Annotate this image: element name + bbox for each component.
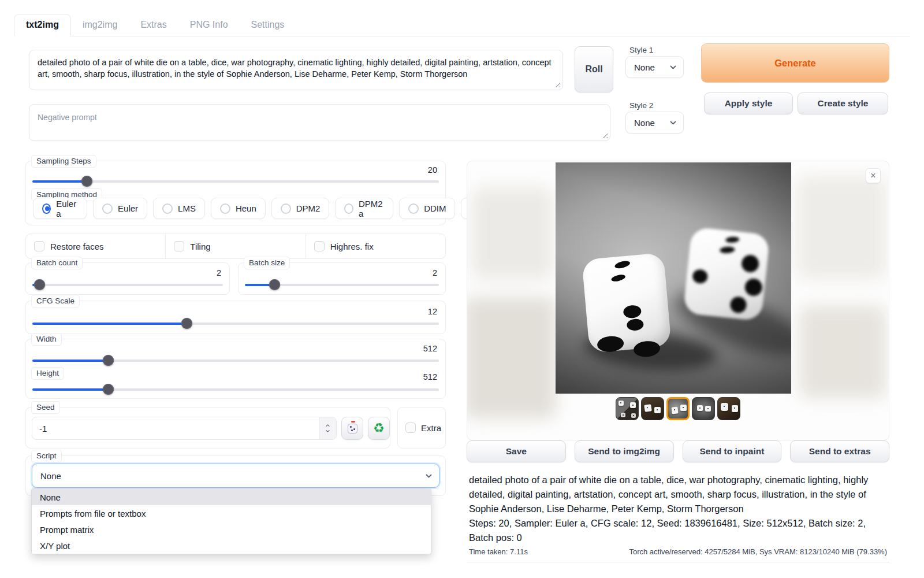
seed-stepper[interactable] <box>319 417 336 439</box>
tiling-checkbox[interactable]: Tiling <box>166 234 305 258</box>
gallery-image[interactable] <box>556 162 791 394</box>
radio-label: DPM2 <box>296 203 321 213</box>
tab-png-info[interactable]: PNG Info <box>178 14 240 36</box>
radio-dpm2-a[interactable]: DPM2 a <box>335 198 393 219</box>
batch-size-label: Batch size <box>244 257 290 269</box>
script-option-none[interactable]: None <box>32 489 431 505</box>
radio-euler-a[interactable]: Euler a <box>33 198 87 219</box>
apply-style-button[interactable]: Apply style <box>704 92 793 114</box>
cfg-card: CFG Scale 12 <box>25 301 446 334</box>
dimensions-card: Width 512 Height 512 <box>25 339 446 399</box>
checkbox <box>34 241 44 251</box>
slider-knob[interactable] <box>103 355 114 366</box>
style2-select[interactable]: None <box>625 112 684 134</box>
close-icon: × <box>870 171 875 181</box>
slider-knob[interactable] <box>34 279 45 290</box>
height-label: Height <box>31 367 64 380</box>
negative-prompt-input[interactable]: Negative prompt <box>29 104 610 141</box>
seed-input[interactable]: -1 <box>32 417 337 440</box>
extra-checkbox[interactable]: Extra <box>398 407 445 433</box>
thumbnail-5[interactable] <box>717 397 740 420</box>
sampling-steps-label: Sampling Steps <box>31 155 96 168</box>
script-option-xy-plot[interactable]: X/Y plot <box>32 538 431 554</box>
thumbnail-2[interactable] <box>641 397 664 420</box>
style1-label: Style 1 <box>629 46 653 54</box>
radio-heun[interactable]: Heun <box>211 198 266 219</box>
sampling-steps-slider[interactable] <box>32 176 439 187</box>
die-left <box>582 253 672 353</box>
batch-count-card: Batch count 2 <box>25 262 230 295</box>
sampling-steps-value: 20 <box>428 165 437 175</box>
checkbox-label: Tiling <box>190 242 210 251</box>
slider-knob[interactable] <box>103 384 114 395</box>
radio-euler[interactable]: Euler <box>93 198 147 219</box>
batch-count-value: 2 <box>217 268 221 277</box>
checkbox <box>174 241 184 251</box>
seed-card: Seed -1 ♻ <box>25 407 390 449</box>
chevron-down-icon <box>670 120 676 126</box>
gallery-panel: × <box>467 161 889 440</box>
radio-dot <box>220 203 230 214</box>
slider-knob[interactable] <box>181 318 192 329</box>
close-button[interactable]: × <box>866 168 881 183</box>
thumbnail-3-selected[interactable] <box>666 397 690 420</box>
thumbnail-4[interactable] <box>692 397 715 420</box>
generate-button[interactable]: Generate <box>701 43 889 83</box>
save-button[interactable]: Save <box>467 440 566 462</box>
cfg-slider[interactable] <box>32 318 439 329</box>
script-option-prompt-matrix[interactable]: Prompt matrix <box>32 521 431 538</box>
batch-size-slider[interactable] <box>245 280 439 290</box>
script-select[interactable]: None <box>32 464 439 488</box>
script-option-prompts-from-file[interactable]: Prompts from file or textbox <box>32 505 431 521</box>
batch-size-card: Batch size 2 <box>238 262 446 295</box>
slider-track[interactable] <box>32 180 439 183</box>
height-slider[interactable] <box>32 384 439 395</box>
send-to-extras-button[interactable]: Send to extras <box>790 440 889 462</box>
radio-dot <box>281 203 291 214</box>
tab-txt2img[interactable]: txt2img <box>14 14 71 36</box>
roll-button[interactable]: Roll <box>575 46 613 92</box>
cfg-label: CFG Scale <box>31 295 80 307</box>
recycle-icon: ♻ <box>373 422 385 435</box>
slider-track[interactable] <box>32 284 223 286</box>
prompt-input[interactable]: detailed photo of a pair of white die on… <box>29 50 563 90</box>
stepper-down-icon[interactable] <box>325 429 330 433</box>
script-label: Script <box>31 450 62 462</box>
send-to-inpaint-button[interactable]: Send to inpaint <box>683 440 782 462</box>
send-to-img2img-button[interactable]: Send to img2img <box>575 440 674 462</box>
blurred-backdrop <box>796 176 886 280</box>
tab-settings[interactable]: Settings <box>240 14 296 36</box>
radio-lms[interactable]: LMS <box>153 198 205 219</box>
sampling-card: Sampling Steps 20 Sampling method Euler … <box>25 161 446 225</box>
radio-label: Heun <box>236 203 256 213</box>
checkbox <box>405 423 416 433</box>
script-dropdown-menu: None Prompts from file or textbox Prompt… <box>31 488 431 554</box>
stepper-up-icon[interactable] <box>325 424 330 428</box>
radio-dpm2[interactable]: DPM2 <box>271 198 330 219</box>
random-seed-button[interactable] <box>341 417 363 440</box>
thumbnail-1[interactable] <box>616 397 639 420</box>
generation-info-panel: detailed photo of a pair of white die on… <box>467 469 889 562</box>
radio-ddim[interactable]: DDIM <box>399 198 455 219</box>
radio-label: Euler <box>118 203 138 213</box>
style1-select[interactable]: None <box>625 56 684 78</box>
blurred-backdrop <box>799 306 886 398</box>
create-style-button[interactable]: Create style <box>798 92 888 114</box>
radio-label: Euler a <box>56 199 78 218</box>
output-params-text: Steps: 20, Sampler: Euler a, CFG scale: … <box>469 516 887 545</box>
reuse-seed-button[interactable]: ♻ <box>368 417 390 440</box>
tab-img2img[interactable]: img2img <box>71 14 129 36</box>
slider-knob[interactable] <box>81 176 92 187</box>
tab-bar: txt2img img2img Extras PNG Info Settings <box>14 15 910 36</box>
seed-value: -1 <box>32 424 319 433</box>
tab-extras[interactable]: Extras <box>129 14 178 36</box>
extra-card: Extra <box>397 407 446 449</box>
cfg-value: 12 <box>428 307 437 316</box>
highres-fix-checkbox[interactable]: Highres. fix <box>306 234 445 258</box>
batch-count-slider[interactable] <box>32 280 223 290</box>
negative-prompt-placeholder: Negative prompt <box>38 113 97 122</box>
toggles-card: Restore faces Tiling Highres. fix <box>25 234 446 259</box>
slider-knob[interactable] <box>269 279 280 290</box>
restore-faces-checkbox[interactable]: Restore faces <box>26 234 166 258</box>
width-slider[interactable] <box>32 355 439 366</box>
